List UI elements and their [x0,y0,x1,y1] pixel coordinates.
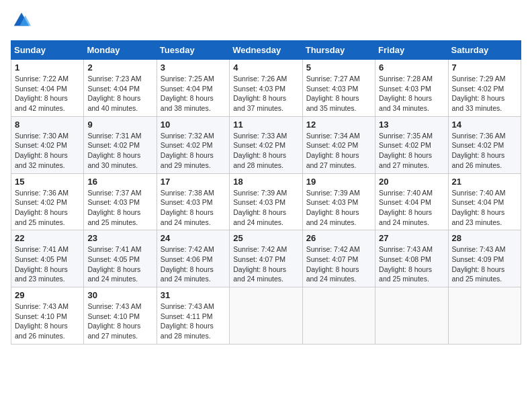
day-info: Sunrise: 7:43 AM Sunset: 4:10 PM Dayligh… [15,302,80,341]
calendar-cell [375,287,448,345]
day-info: Sunrise: 7:40 AM Sunset: 4:04 PM Dayligh… [379,188,444,228]
calendar-cell [230,287,302,345]
calendar-cell: 19 Sunrise: 7:39 AM Sunset: 4:03 PM Dayl… [302,173,375,230]
day-number: 7 [452,62,517,73]
day-number: 26 [306,233,371,243]
day-number: 16 [87,177,152,187]
day-number: 11 [233,120,298,130]
calendar-cell: 18 Sunrise: 7:39 AM Sunset: 4:03 PM Dayl… [230,173,302,230]
calendar-cell: 31 Sunrise: 7:43 AM Sunset: 4:11 PM Dayl… [157,287,229,345]
day-number: 9 [87,120,152,130]
calendar-cell: 15 Sunrise: 7:36 AM Sunset: 4:02 PM Dayl… [11,173,84,230]
day-number: 12 [306,120,371,130]
day-info: Sunrise: 7:37 AM Sunset: 4:03 PM Dayligh… [87,188,152,228]
day-info: Sunrise: 7:43 AM Sunset: 4:10 PM Dayligh… [87,302,152,341]
day-number: 20 [379,177,444,187]
day-info: Sunrise: 7:22 AM Sunset: 4:04 PM Dayligh… [15,74,80,113]
day-number: 27 [379,233,444,243]
calendar-week-4: 22 Sunrise: 7:41 AM Sunset: 4:05 PM Dayl… [11,230,521,287]
calendar-cell: 2 Sunrise: 7:23 AM Sunset: 4:04 PM Dayli… [84,60,157,117]
calendar-cell: 26 Sunrise: 7:42 AM Sunset: 4:07 PM Dayl… [302,230,375,287]
calendar-cell [448,287,521,345]
calendar-cell: 5 Sunrise: 7:27 AM Sunset: 4:03 PM Dayli… [302,60,375,117]
day-number: 13 [379,120,444,130]
calendar-cell: 22 Sunrise: 7:41 AM Sunset: 4:05 PM Dayl… [11,230,84,287]
day-info: Sunrise: 7:32 AM Sunset: 4:02 PM Dayligh… [161,131,226,171]
calendar-cell: 20 Sunrise: 7:40 AM Sunset: 4:04 PM Dayl… [375,173,448,230]
day-info: Sunrise: 7:39 AM Sunset: 4:03 PM Dayligh… [233,188,298,228]
day-info: Sunrise: 7:41 AM Sunset: 4:05 PM Dayligh… [15,244,80,284]
calendar-cell: 9 Sunrise: 7:31 AM Sunset: 4:02 PM Dayli… [84,116,157,173]
calendar-cell: 16 Sunrise: 7:37 AM Sunset: 4:03 PM Dayl… [84,173,157,230]
day-number: 3 [161,62,226,73]
calendar-cell: 17 Sunrise: 7:38 AM Sunset: 4:03 PM Dayl… [157,173,229,230]
calendar-cell: 23 Sunrise: 7:41 AM Sunset: 4:05 PM Dayl… [84,230,157,287]
weekday-header-friday: Friday [375,41,448,60]
day-info: Sunrise: 7:42 AM Sunset: 4:07 PM Dayligh… [306,244,371,284]
calendar-cell: 13 Sunrise: 7:35 AM Sunset: 4:02 PM Dayl… [375,116,448,173]
calendar-cell: 29 Sunrise: 7:43 AM Sunset: 4:10 PM Dayl… [11,287,84,345]
calendar-cell: 11 Sunrise: 7:33 AM Sunset: 4:02 PM Dayl… [230,116,302,173]
day-number: 28 [452,233,517,243]
day-info: Sunrise: 7:25 AM Sunset: 4:04 PM Dayligh… [161,74,226,113]
day-info: Sunrise: 7:42 AM Sunset: 4:06 PM Dayligh… [161,244,226,284]
day-info: Sunrise: 7:34 AM Sunset: 4:02 PM Dayligh… [306,131,371,171]
day-info: Sunrise: 7:39 AM Sunset: 4:03 PM Dayligh… [306,188,371,228]
day-info: Sunrise: 7:36 AM Sunset: 4:02 PM Dayligh… [452,131,517,171]
day-number: 25 [233,233,298,243]
day-info: Sunrise: 7:23 AM Sunset: 4:04 PM Dayligh… [87,74,152,113]
calendar-cell: 14 Sunrise: 7:36 AM Sunset: 4:02 PM Dayl… [448,116,521,173]
weekday-header-monday: Monday [84,41,157,60]
calendar-week-5: 29 Sunrise: 7:43 AM Sunset: 4:10 PM Dayl… [11,287,521,345]
calendar-cell: 8 Sunrise: 7:30 AM Sunset: 4:02 PM Dayli… [11,116,84,173]
day-info: Sunrise: 7:43 AM Sunset: 4:09 PM Dayligh… [452,244,517,284]
day-number: 2 [87,62,152,73]
day-number: 19 [306,177,371,187]
day-number: 18 [233,177,298,187]
calendar-week-1: 1 Sunrise: 7:22 AM Sunset: 4:04 PM Dayli… [11,60,521,117]
day-number: 24 [161,233,226,243]
calendar-week-3: 15 Sunrise: 7:36 AM Sunset: 4:02 PM Dayl… [11,173,521,230]
calendar-cell: 6 Sunrise: 7:28 AM Sunset: 4:03 PM Dayli… [375,60,448,117]
day-number: 29 [15,290,80,300]
calendar-header: SundayMondayTuesdayWednesdayThursdayFrid… [11,41,521,60]
calendar-cell: 25 Sunrise: 7:42 AM Sunset: 4:07 PM Dayl… [230,230,302,287]
day-number: 5 [306,62,371,73]
day-info: Sunrise: 7:38 AM Sunset: 4:03 PM Dayligh… [161,188,226,228]
weekday-header-saturday: Saturday [448,41,521,60]
day-info: Sunrise: 7:42 AM Sunset: 4:07 PM Dayligh… [233,244,298,284]
day-number: 8 [15,120,80,130]
calendar-cell: 27 Sunrise: 7:43 AM Sunset: 4:08 PM Dayl… [375,230,448,287]
calendar-cell: 1 Sunrise: 7:22 AM Sunset: 4:04 PM Dayli… [11,60,84,117]
day-number: 4 [233,62,298,73]
page-header [11,11,521,32]
day-number: 15 [15,177,80,187]
day-number: 1 [15,62,80,73]
calendar-cell: 24 Sunrise: 7:42 AM Sunset: 4:06 PM Dayl… [157,230,229,287]
calendar-cell: 4 Sunrise: 7:26 AM Sunset: 4:03 PM Dayli… [230,60,302,117]
day-number: 31 [161,290,226,300]
weekday-header-sunday: Sunday [11,41,84,60]
day-info: Sunrise: 7:43 AM Sunset: 4:08 PM Dayligh… [379,244,444,284]
day-info: Sunrise: 7:26 AM Sunset: 4:03 PM Dayligh… [233,74,298,113]
weekday-header-tuesday: Tuesday [157,41,229,60]
day-info: Sunrise: 7:41 AM Sunset: 4:05 PM Dayligh… [87,244,152,284]
calendar-cell: 3 Sunrise: 7:25 AM Sunset: 4:04 PM Dayli… [157,60,229,117]
calendar-cell: 21 Sunrise: 7:40 AM Sunset: 4:04 PM Dayl… [448,173,521,230]
calendar-week-2: 8 Sunrise: 7:30 AM Sunset: 4:02 PM Dayli… [11,116,521,173]
day-number: 22 [15,233,80,243]
day-info: Sunrise: 7:43 AM Sunset: 4:11 PM Dayligh… [161,302,226,341]
day-number: 17 [161,177,226,187]
calendar-cell: 30 Sunrise: 7:43 AM Sunset: 4:10 PM Dayl… [84,287,157,345]
day-info: Sunrise: 7:36 AM Sunset: 4:02 PM Dayligh… [15,188,80,228]
calendar-cell [302,287,375,345]
day-info: Sunrise: 7:27 AM Sunset: 4:03 PM Dayligh… [306,74,371,113]
day-number: 30 [87,290,152,300]
day-info: Sunrise: 7:30 AM Sunset: 4:02 PM Dayligh… [15,131,80,171]
day-info: Sunrise: 7:33 AM Sunset: 4:02 PM Dayligh… [233,131,298,171]
calendar-cell: 28 Sunrise: 7:43 AM Sunset: 4:09 PM Dayl… [448,230,521,287]
calendar-table: SundayMondayTuesdayWednesdayThursdayFrid… [11,40,521,345]
day-number: 14 [452,120,517,130]
day-number: 23 [87,233,152,243]
day-info: Sunrise: 7:28 AM Sunset: 4:03 PM Dayligh… [379,74,444,113]
